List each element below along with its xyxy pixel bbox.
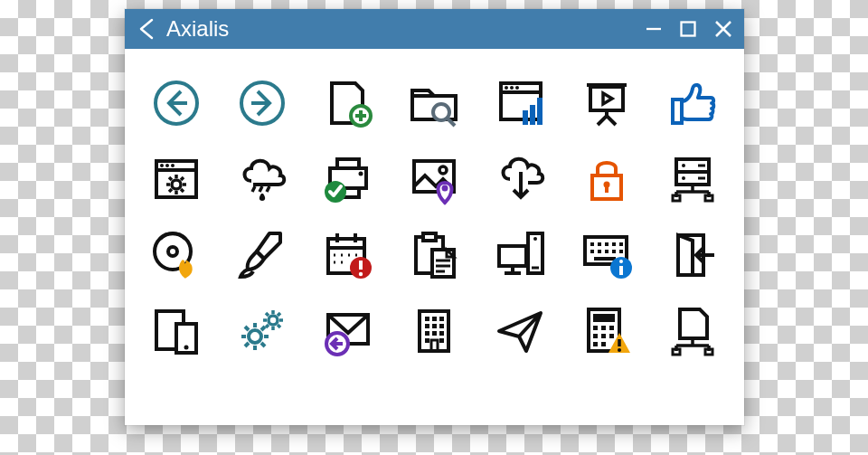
office-building-icon[interactable] bbox=[409, 306, 459, 356]
close-button[interactable] bbox=[713, 19, 733, 39]
svg-rect-135 bbox=[601, 326, 606, 330]
printer-check-icon[interactable] bbox=[323, 154, 373, 204]
svg-rect-82 bbox=[590, 242, 594, 246]
svg-rect-121 bbox=[432, 317, 437, 321]
svg-rect-139 bbox=[609, 334, 614, 338]
disc-burn-icon[interactable] bbox=[151, 230, 202, 280]
lock-icon[interactable] bbox=[581, 154, 632, 204]
folder-search-icon[interactable] bbox=[409, 78, 459, 128]
svg-line-31 bbox=[169, 189, 172, 192]
svg-line-34 bbox=[259, 186, 262, 192]
arrow-back-circle-icon[interactable] bbox=[151, 78, 202, 128]
thumbs-up-icon[interactable] bbox=[667, 78, 718, 128]
svg-rect-133 bbox=[593, 314, 615, 322]
svg-point-41 bbox=[442, 185, 448, 192]
svg-rect-14 bbox=[523, 110, 528, 125]
svg-point-47 bbox=[682, 164, 685, 167]
svg-point-7 bbox=[433, 104, 449, 120]
svg-rect-89 bbox=[605, 250, 609, 253]
clipboard-paste-icon[interactable] bbox=[409, 230, 459, 280]
svg-point-24 bbox=[172, 180, 181, 189]
svg-rect-123 bbox=[425, 324, 429, 328]
svg-rect-126 bbox=[425, 331, 429, 336]
svg-rect-127 bbox=[432, 331, 437, 336]
svg-line-114 bbox=[278, 325, 280, 327]
svg-rect-91 bbox=[619, 250, 623, 253]
svg-line-115 bbox=[266, 325, 269, 327]
title-bar: Axialis bbox=[125, 9, 744, 49]
svg-rect-84 bbox=[605, 242, 609, 246]
svg-rect-90 bbox=[612, 250, 616, 253]
svg-point-23 bbox=[171, 164, 175, 167]
svg-point-108 bbox=[269, 316, 278, 325]
cloud-download-icon[interactable] bbox=[495, 154, 546, 204]
presentation-play-icon[interactable] bbox=[581, 78, 632, 128]
svg-rect-137 bbox=[593, 334, 598, 338]
svg-point-37 bbox=[359, 172, 363, 176]
svg-point-49 bbox=[682, 176, 685, 180]
computer-desktop-icon[interactable] bbox=[495, 230, 546, 280]
back-button[interactable] bbox=[134, 15, 166, 43]
svg-rect-88 bbox=[598, 250, 601, 253]
maximize-button[interactable] bbox=[679, 20, 697, 38]
calendar-alert-icon[interactable] bbox=[323, 230, 373, 280]
rain-cloud-icon[interactable] bbox=[237, 154, 288, 204]
svg-rect-129 bbox=[425, 338, 429, 343]
svg-rect-134 bbox=[593, 326, 598, 330]
arrow-forward-circle-icon[interactable] bbox=[237, 78, 288, 128]
mail-reply-icon[interactable] bbox=[323, 306, 373, 356]
svg-rect-145 bbox=[705, 349, 712, 355]
svg-rect-1 bbox=[682, 23, 695, 36]
settings-window-icon[interactable] bbox=[151, 154, 202, 204]
paint-brush-icon[interactable] bbox=[237, 230, 288, 280]
svg-line-113 bbox=[266, 313, 269, 316]
svg-rect-18 bbox=[590, 87, 623, 110]
devices-icon[interactable] bbox=[151, 306, 202, 356]
svg-line-32 bbox=[181, 177, 184, 180]
svg-rect-83 bbox=[598, 242, 601, 246]
svg-rect-51 bbox=[673, 195, 680, 201]
image-pin-icon[interactable] bbox=[409, 154, 459, 204]
server-network-icon[interactable] bbox=[667, 154, 718, 204]
svg-rect-144 bbox=[673, 349, 680, 355]
svg-line-106 bbox=[245, 343, 249, 346]
keyboard-info-icon[interactable] bbox=[581, 230, 632, 280]
new-file-add-icon[interactable] bbox=[323, 78, 373, 128]
svg-line-35 bbox=[267, 186, 269, 192]
svg-point-21 bbox=[160, 164, 164, 167]
svg-rect-136 bbox=[609, 326, 614, 330]
svg-point-143 bbox=[618, 348, 621, 352]
app-window: Axialis bbox=[125, 9, 744, 425]
svg-line-104 bbox=[245, 327, 249, 330]
calculator-warning-icon[interactable] bbox=[581, 306, 632, 356]
gears-icon[interactable] bbox=[237, 306, 288, 356]
svg-point-75 bbox=[533, 237, 537, 241]
svg-line-30 bbox=[181, 189, 184, 192]
svg-line-105 bbox=[261, 343, 265, 346]
svg-point-99 bbox=[249, 330, 261, 343]
enter-door-icon[interactable] bbox=[667, 230, 718, 280]
svg-rect-125 bbox=[439, 324, 444, 328]
svg-rect-15 bbox=[530, 105, 535, 125]
minimize-button[interactable] bbox=[645, 20, 663, 38]
svg-rect-128 bbox=[439, 331, 444, 336]
svg-rect-130 bbox=[439, 338, 444, 343]
svg-line-116 bbox=[278, 313, 280, 316]
back-arrow-icon bbox=[141, 20, 152, 38]
paper-plane-send-icon[interactable] bbox=[495, 306, 546, 356]
svg-rect-87 bbox=[590, 250, 594, 253]
window-controls bbox=[645, 19, 733, 39]
svg-point-98 bbox=[184, 346, 188, 350]
svg-point-12 bbox=[510, 86, 514, 90]
svg-rect-77 bbox=[499, 246, 526, 266]
svg-point-67 bbox=[359, 272, 363, 276]
window-bar-chart-icon[interactable] bbox=[495, 78, 546, 128]
icon-grid bbox=[125, 49, 744, 373]
svg-rect-92 bbox=[594, 257, 616, 261]
svg-rect-69 bbox=[423, 233, 436, 241]
svg-point-94 bbox=[619, 260, 623, 263]
svg-rect-140 bbox=[593, 342, 598, 346]
file-network-icon[interactable] bbox=[667, 306, 718, 356]
svg-point-54 bbox=[168, 247, 177, 256]
svg-rect-122 bbox=[439, 317, 444, 321]
